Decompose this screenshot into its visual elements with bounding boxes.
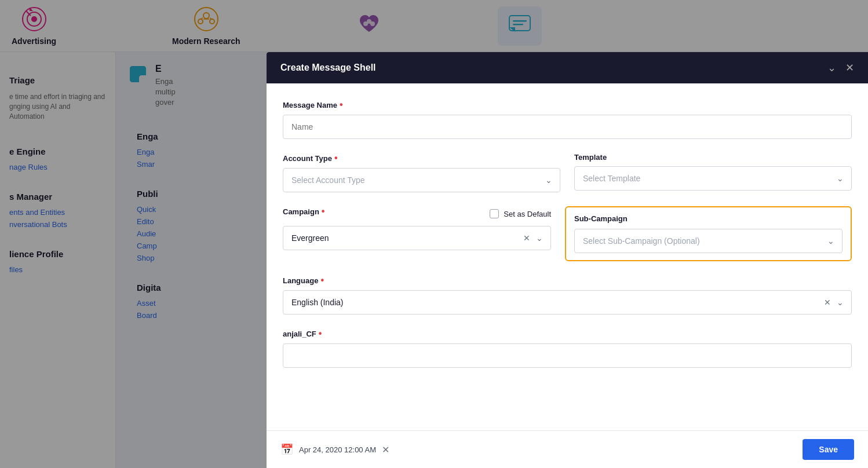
anjali-cf-required: • <box>319 328 322 339</box>
campaign-clear-icon[interactable]: ✕ <box>523 233 530 243</box>
modal-header: Create Message Shell ⌄ ✕ <box>267 52 868 83</box>
sub-campaign-label: Sub-Campaign <box>574 214 843 223</box>
campaign-label: Campaign • <box>283 206 324 217</box>
campaign-subcampaign-row: Campaign • Set as Default Evergreen ✕ ⌄ <box>283 206 852 261</box>
modal-close-button[interactable]: ✕ <box>845 63 854 73</box>
set-default-label: Set as Default <box>504 210 551 218</box>
template-col: Template Select Template ⌄ <box>574 153 852 192</box>
campaign-required: • <box>322 206 325 217</box>
footer-date-clear-icon[interactable]: ✕ <box>382 444 389 455</box>
modal-body: Message Name • Account Type • Select Acc… <box>267 83 868 468</box>
sub-campaign-select[interactable]: Select Sub-Campaign (Optional) <box>574 229 843 253</box>
sub-campaign-col: Sub-Campaign Select Sub-Campaign (Option… <box>565 206 852 261</box>
message-name-label: Message Name • <box>283 100 852 110</box>
campaign-select-wrapper: Evergreen ✕ ⌄ <box>283 226 551 250</box>
anjali-cf-group: anjali_CF • <box>283 328 852 368</box>
account-type-col: Account Type • Select Account Type ⌄ <box>283 153 560 192</box>
language-label: Language • <box>283 275 852 286</box>
campaign-col: Campaign • Set as Default Evergreen ✕ ⌄ <box>283 206 551 261</box>
set-default-checkbox[interactable] <box>490 209 499 218</box>
footer-date-label: Apr 24, 2020 12:00 AM <box>299 445 376 454</box>
calendar-icon: 📅 <box>280 443 293 456</box>
save-button[interactable]: Save <box>803 439 854 460</box>
modal-title: Create Message Shell <box>280 63 376 73</box>
language-select[interactable]: English (India) <box>283 290 852 315</box>
account-template-row: Account Type • Select Account Type ⌄ Tem… <box>283 153 852 192</box>
template-select[interactable]: Select Template <box>574 166 852 191</box>
account-type-select[interactable]: Select Account Type <box>283 168 560 192</box>
language-group: Language • English (India) ✕ ⌄ <box>283 275 852 315</box>
required-indicator: • <box>340 100 343 110</box>
anjali-cf-label: anjali_CF • <box>283 328 852 339</box>
footer-date-section: 📅 Apr 24, 2020 12:00 AM ✕ <box>280 443 389 456</box>
language-select-wrapper: English (India) ✕ ⌄ <box>283 290 852 315</box>
message-name-group: Message Name • <box>283 100 852 139</box>
sub-campaign-select-wrapper: Select Sub-Campaign (Optional) ⌄ <box>574 229 843 253</box>
language-clear-icon[interactable]: ✕ <box>824 298 831 307</box>
create-message-shell-modal: Create Message Shell ⌄ ✕ Message Name • … <box>267 52 868 468</box>
modal-collapse-button[interactable]: ⌄ <box>827 63 836 73</box>
language-required: • <box>320 275 324 286</box>
modal-footer: 📅 Apr 24, 2020 12:00 AM ✕ Save <box>267 430 868 468</box>
campaign-select[interactable]: Evergreen <box>283 226 551 250</box>
account-type-label: Account Type • <box>283 153 560 163</box>
set-default-row: Set as Default <box>490 209 551 218</box>
template-select-wrapper: Select Template ⌄ <box>574 166 852 191</box>
anjali-cf-input[interactable] <box>283 343 852 368</box>
message-name-input[interactable] <box>283 115 852 139</box>
template-label: Template <box>574 153 852 162</box>
account-type-required: • <box>334 153 338 163</box>
campaign-header: Campaign • Set as Default <box>283 206 551 221</box>
account-type-select-wrapper: Select Account Type ⌄ <box>283 168 560 192</box>
modal-header-actions: ⌄ ✕ <box>827 63 854 73</box>
